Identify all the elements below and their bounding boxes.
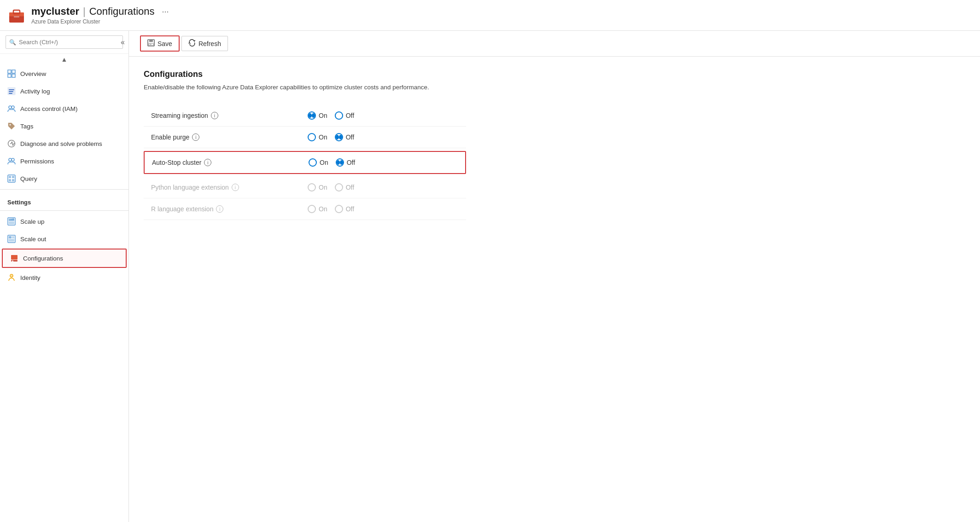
- python-language-extension-info-icon: i: [232, 184, 239, 191]
- query-icon: [7, 174, 16, 183]
- r-language-extension-radio-group: On Off: [308, 205, 354, 213]
- streaming-ingestion-off-radio[interactable]: [335, 111, 343, 120]
- settings-divider: [0, 210, 128, 211]
- auto-stop-cluster-info-icon[interactable]: i: [204, 159, 211, 166]
- header-subtitle: Azure Data Explorer Cluster: [31, 18, 169, 25]
- enable-purge-text: Enable purge: [151, 133, 189, 141]
- svg-rect-8: [9, 93, 12, 94]
- sidebar-item-permissions[interactable]: Permissions: [0, 152, 128, 170]
- config-row-auto-stop-cluster: Auto-Stop cluster i On Off: [144, 151, 466, 174]
- streaming-ingestion-radio-group: On Off: [308, 111, 354, 120]
- save-button[interactable]: Save: [140, 35, 180, 52]
- python-language-extension-on-label: On: [319, 184, 327, 191]
- svg-point-14: [12, 158, 14, 161]
- streaming-ingestion-on-label: On: [319, 112, 327, 119]
- sidebar-item-scale-up[interactable]: Scale up: [0, 213, 128, 230]
- sidebar-item-tags-label: Tags: [20, 123, 34, 130]
- content-area: Save Refresh Configurations Enable/disab…: [129, 31, 980, 522]
- save-icon: [147, 39, 155, 48]
- sidebar-item-scale-out[interactable]: Scale out: [0, 230, 128, 248]
- svg-rect-19: [12, 179, 14, 181]
- config-row-streaming-ingestion: Streaming ingestion i On Off: [144, 105, 466, 127]
- sidebar-item-identity[interactable]: Identity: [0, 269, 128, 286]
- sidebar-item-overview[interactable]: Overview: [0, 65, 128, 82]
- tags-icon: [7, 122, 16, 130]
- page-content: Configurations Enable/disable the follow…: [129, 57, 980, 522]
- r-language-extension-info-icon: i: [216, 205, 223, 213]
- sidebar-item-tags[interactable]: Tags: [0, 117, 128, 135]
- search-input[interactable]: [6, 35, 123, 49]
- streaming-ingestion-on-option[interactable]: On: [308, 111, 327, 120]
- content-description: Enable/disable the following Azure Data …: [144, 83, 965, 92]
- auto-stop-cluster-off-radio[interactable]: [336, 158, 344, 167]
- overview-icon: [7, 70, 16, 78]
- auto-stop-cluster-off-option[interactable]: Off: [336, 158, 355, 167]
- sidebar-divider: [0, 189, 128, 190]
- content-heading: Configurations: [144, 70, 965, 79]
- svg-point-31: [11, 275, 12, 277]
- toolbar: Save Refresh: [129, 31, 980, 57]
- python-language-extension-off-option: Off: [335, 183, 354, 191]
- streaming-ingestion-on-radio[interactable]: [308, 111, 316, 120]
- config-table: Streaming ingestion i On Off: [144, 105, 466, 220]
- refresh-button[interactable]: Refresh: [181, 36, 228, 51]
- refresh-icon: [188, 39, 196, 48]
- svg-rect-25: [9, 236, 12, 238]
- sidebar-item-diagnose-label: Diagnose and solve problems: [20, 140, 102, 147]
- sidebar-item-scale-out-label: Scale out: [20, 236, 46, 243]
- svg-rect-26: [12, 236, 14, 238]
- page-title: Configurations: [89, 6, 155, 17]
- identity-icon: [7, 273, 16, 282]
- sidebar-item-overview-label: Overview: [20, 70, 46, 77]
- svg-point-9: [9, 106, 12, 109]
- svg-point-11: [10, 124, 11, 126]
- auto-stop-cluster-on-radio[interactable]: [309, 158, 317, 167]
- svg-point-13: [9, 158, 12, 161]
- python-language-extension-on-option: On: [308, 183, 327, 191]
- enable-purge-off-radio[interactable]: [335, 133, 343, 141]
- svg-rect-7: [9, 91, 13, 92]
- header-ellipsis-menu[interactable]: ···: [162, 7, 169, 17]
- sidebar-item-activity-log[interactable]: Activity log: [0, 82, 128, 100]
- config-row-python-language-extension: Python language extension i On Off: [144, 177, 466, 198]
- python-language-extension-radio-group: On Off: [308, 183, 354, 191]
- access-control-icon: [7, 104, 16, 113]
- streaming-ingestion-off-label: Off: [346, 112, 354, 119]
- enable-purge-on-option[interactable]: On: [308, 133, 327, 141]
- sidebar-item-activity-log-label: Activity log: [20, 88, 50, 95]
- sidebar-item-query[interactable]: Query: [0, 170, 128, 187]
- sidebar-search-wrapper: 🔍: [0, 31, 128, 54]
- svg-rect-2: [13, 10, 20, 14]
- streaming-ingestion-off-option[interactable]: Off: [335, 111, 354, 120]
- sidebar-item-scale-up-label: Scale up: [20, 218, 45, 225]
- r-language-extension-on-radio: [308, 205, 316, 213]
- sidebar-item-access-control[interactable]: Access control (IAM): [0, 100, 128, 117]
- r-language-extension-on-option: On: [308, 205, 327, 213]
- r-language-extension-on-label: On: [319, 205, 327, 213]
- sidebar-item-configurations[interactable]: Configurations: [2, 249, 127, 268]
- svg-rect-33: [149, 40, 153, 42]
- save-label: Save: [158, 40, 172, 47]
- sidebar-item-permissions-label: Permissions: [20, 158, 54, 165]
- svg-rect-21: [9, 221, 14, 224]
- svg-point-10: [12, 106, 14, 109]
- sidebar-item-diagnose[interactable]: Diagnose and solve problems: [0, 135, 128, 152]
- refresh-label: Refresh: [198, 40, 221, 47]
- sidebar-collapse-button[interactable]: «: [117, 35, 128, 49]
- sidebar-scroll-indicator: ▲: [0, 54, 128, 65]
- enable-purge-off-option[interactable]: Off: [335, 133, 354, 141]
- python-language-extension-off-label: Off: [346, 184, 354, 191]
- streaming-ingestion-label: Streaming ingestion i: [151, 112, 308, 119]
- enable-purge-info-icon[interactable]: i: [192, 133, 199, 141]
- enable-purge-on-radio[interactable]: [308, 133, 316, 141]
- python-language-extension-label: Python language extension i: [151, 184, 308, 191]
- r-language-extension-label: R language extension i: [151, 205, 308, 213]
- python-language-extension-text: Python language extension: [151, 184, 229, 191]
- auto-stop-cluster-on-label: On: [320, 159, 328, 166]
- svg-rect-4: [9, 16, 24, 17]
- streaming-ingestion-info-icon[interactable]: i: [211, 112, 218, 119]
- configurations-icon: [10, 254, 18, 262]
- r-language-extension-text: R language extension: [151, 205, 213, 213]
- auto-stop-cluster-radio-group: On Off: [309, 158, 355, 167]
- auto-stop-cluster-on-option[interactable]: On: [309, 158, 328, 167]
